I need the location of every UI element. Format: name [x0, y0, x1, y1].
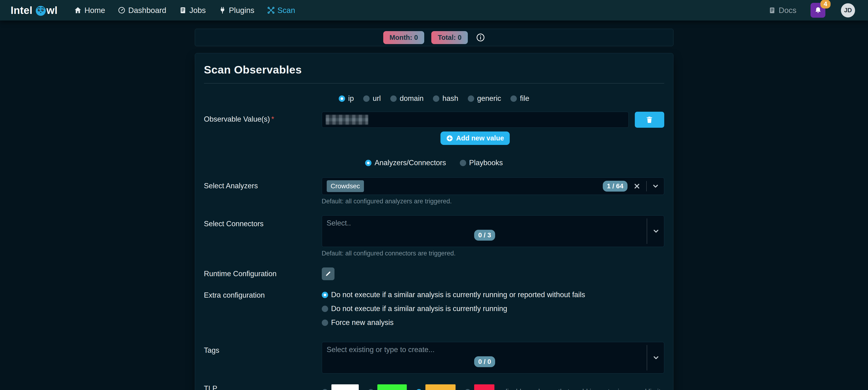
remove-value-button[interactable] — [635, 112, 664, 128]
extra-configuration-row: Extra configuration Do not execute if a … — [204, 291, 664, 327]
tags-multiselect[interactable]: Select existing or type to create... 0 /… — [322, 342, 664, 373]
radio-dot — [322, 320, 328, 326]
radio-dot — [460, 160, 466, 166]
tlp-white-badge: WHITE — [332, 384, 359, 390]
home-icon — [74, 6, 82, 14]
nav-item-label: Plugins — [229, 6, 254, 15]
add-new-value-button[interactable]: Add new value — [440, 131, 509, 145]
nav-menu: Home Dashboard Jobs Plugins Scan — [74, 6, 295, 15]
observable-value-row: Observable Value(s)* — [204, 112, 664, 145]
owl-logo-icon — [35, 5, 46, 16]
type-radio-generic[interactable]: generic — [468, 94, 501, 103]
radio-dot — [363, 95, 370, 102]
nav-item-label: Home — [84, 6, 105, 15]
radio-dot — [339, 95, 345, 102]
connectors-placeholder: Select.. — [327, 219, 643, 228]
type-radio-hash[interactable]: hash — [433, 94, 458, 103]
tags-count-badge: 0 / 0 — [474, 356, 495, 367]
runtime-configuration-row: Runtime Configuration — [204, 267, 664, 280]
chevron-down-icon[interactable] — [652, 228, 660, 235]
navbar-right: Docs 4 JD — [768, 3, 855, 18]
radio-dot — [368, 389, 374, 390]
selected-analyzer-chip[interactable]: Crowdsec — [327, 180, 364, 192]
required-asterisk: * — [271, 115, 274, 123]
select-divider — [646, 181, 647, 191]
brand-prefix: Intel — [10, 4, 32, 16]
bell-icon — [814, 6, 822, 14]
chevron-down-icon[interactable] — [652, 182, 659, 190]
radio-dot — [365, 160, 371, 166]
total-quota-badge: Total: 0 — [431, 31, 468, 44]
trash-icon — [645, 116, 653, 124]
clear-selection-icon[interactable] — [633, 182, 641, 190]
nav-item-jobs[interactable]: Jobs — [179, 6, 206, 15]
page-content: Month: 0 Total: 0 Scan Observables ip ur… — [195, 21, 674, 390]
tlp-radio-red[interactable]: RED — [465, 384, 494, 390]
tlp-row: TLP WHITE GREEN AMBER — [204, 384, 664, 390]
chevron-down-icon[interactable] — [652, 354, 660, 361]
type-radio-url[interactable]: url — [363, 94, 381, 103]
radio-dot — [465, 389, 471, 390]
mode-radio-analyzers-connectors[interactable]: Analyzers/Connectors — [365, 158, 446, 167]
avatar[interactable]: JD — [841, 3, 855, 18]
analysis-mode-radios: Analyzers/Connectors Playbooks — [204, 158, 664, 167]
radio-dot — [468, 95, 474, 102]
jobs-icon — [179, 6, 187, 14]
notifications-button[interactable]: 4 — [810, 3, 825, 18]
extra-config-radio-no-repeat-running[interactable]: Do not execute if a similar analysis is … — [322, 304, 664, 313]
tags-row: Tags Select existing or type to create..… — [204, 342, 664, 373]
observable-type-radios: ip url domain hash generic file — [204, 94, 664, 103]
edit-runtime-config-button[interactable] — [322, 267, 335, 280]
docs-label: Docs — [779, 6, 796, 15]
analyzers-helper-text: Default: all configured analyzers are tr… — [322, 198, 664, 205]
mode-radio-playbooks[interactable]: Playbooks — [460, 158, 503, 167]
tlp-radio-white[interactable]: WHITE — [322, 384, 359, 390]
docs-icon — [768, 7, 776, 14]
radio-dot — [390, 95, 397, 102]
type-radio-domain[interactable]: domain — [390, 94, 424, 103]
tlp-radio-green[interactable]: GREEN — [368, 384, 407, 390]
nav-item-dashboard[interactable]: Dashboard — [118, 6, 166, 15]
runtime-configuration-label: Runtime Configuration — [204, 270, 322, 278]
extra-config-radio-force-new[interactable]: Force new analysis — [322, 318, 664, 327]
connectors-multiselect[interactable]: Select.. 0 / 3 — [322, 215, 664, 247]
nav-item-plugins[interactable]: Plugins — [219, 6, 254, 15]
extra-config-radio-no-repeat-without-fails[interactable]: Do not execute if a similar analysis is … — [322, 291, 664, 299]
radio-dot — [433, 95, 439, 102]
page-title: Scan Observables — [204, 63, 664, 76]
type-radio-file[interactable]: file — [510, 94, 529, 103]
select-analyzers-label: Select Analyzers — [204, 177, 322, 190]
plugins-icon — [219, 6, 226, 14]
brand-logo[interactable]: Intel wl — [10, 4, 58, 16]
tlp-amber-badge: AMBER — [425, 384, 456, 390]
radio-dot — [510, 95, 517, 102]
nav-item-label: Jobs — [189, 6, 206, 15]
select-connectors-row: Select Connectors Select.. 0 / 3 Default… — [204, 215, 664, 257]
type-radio-ip[interactable]: ip — [339, 94, 354, 103]
tlp-radio-amber[interactable]: AMBER — [416, 384, 456, 390]
tlp-label: TLP — [204, 384, 322, 390]
redacted-value-blur — [326, 115, 368, 125]
analyzers-multiselect[interactable]: Crowdsec 1 / 64 — [322, 177, 664, 195]
radio-dot — [322, 292, 328, 298]
docs-link[interactable]: Docs — [768, 6, 796, 15]
plus-circle-icon — [446, 135, 453, 142]
navbar: Intel wl Home Dashboard Jobs — [0, 0, 868, 21]
quota-card: Month: 0 Total: 0 — [195, 29, 674, 46]
radio-dot — [416, 389, 422, 390]
pencil-icon — [325, 271, 332, 277]
nav-item-scan[interactable]: Scan — [267, 6, 295, 15]
observable-value-input[interactable] — [322, 112, 629, 128]
tags-placeholder: Select existing or type to create... — [327, 346, 643, 354]
connectors-count-badge: 0 / 3 — [474, 230, 495, 241]
analyzers-count-badge: 1 / 64 — [603, 181, 627, 191]
tlp-red-badge: RED — [474, 384, 494, 390]
month-quota-badge: Month: 0 — [383, 31, 425, 44]
nav-item-label: Scan — [277, 6, 295, 15]
select-analyzers-row: Select Analyzers Crowdsec 1 / 64 Default… — [204, 177, 664, 205]
info-icon[interactable] — [476, 33, 485, 42]
tags-label: Tags — [204, 342, 322, 355]
extra-configuration-label: Extra configuration — [204, 291, 322, 300]
radio-dot — [322, 306, 328, 312]
nav-item-home[interactable]: Home — [74, 6, 105, 15]
